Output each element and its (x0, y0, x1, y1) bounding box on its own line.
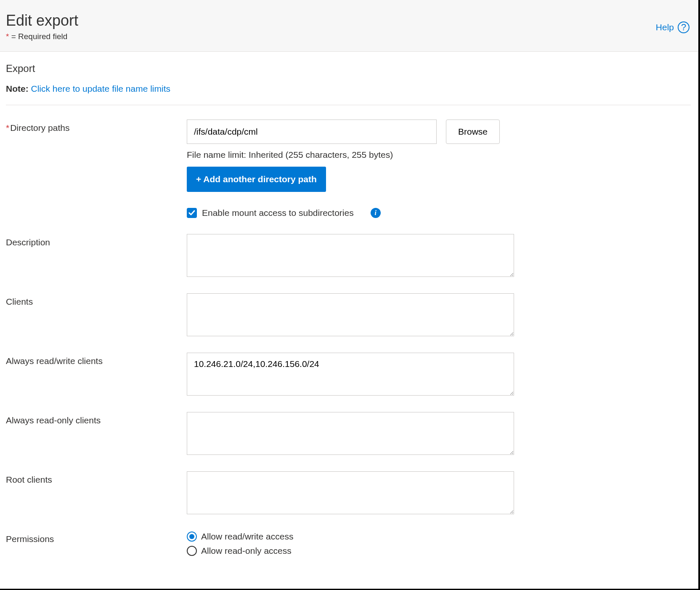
mount-access-row: Enable mount access to subdirectories i (187, 208, 500, 218)
rw-clients-label: Always read/write clients (6, 353, 187, 366)
description-label: Description (6, 234, 187, 247)
ro-clients-label: Always read-only clients (6, 412, 187, 425)
add-directory-path-button[interactable]: + Add another directory path (187, 167, 326, 192)
mount-access-checkbox[interactable] (187, 208, 197, 218)
check-icon (188, 210, 195, 216)
permissions-label: Permissions (6, 531, 187, 544)
help-link[interactable]: Help ? (656, 21, 690, 34)
section-title: Export (6, 63, 691, 74)
rw-clients-textarea[interactable]: 10.246.21.0/24,10.246.156.0/24 (187, 353, 514, 396)
clients-row: Clients (6, 293, 691, 338)
description-textarea[interactable] (187, 234, 514, 277)
note-row: Note: Click here to update file name lim… (6, 84, 691, 94)
info-icon[interactable]: i (371, 208, 381, 218)
description-row: Description (6, 234, 691, 279)
file-name-limits-link[interactable]: Click here to update file name limits (31, 84, 170, 93)
note-prefix: Note: (6, 84, 29, 93)
directory-paths-label: *Directory paths (6, 120, 187, 133)
path-row: Browse (187, 120, 500, 144)
permissions-radio-group: Allow read/write access Allow read-only … (187, 531, 293, 556)
mount-access-label: Enable mount access to subdirectories (202, 208, 354, 218)
ro-clients-textarea[interactable] (187, 412, 514, 455)
root-clients-row: Root clients (6, 471, 691, 516)
radio-icon (187, 546, 197, 556)
form: *Directory paths Browse File name limit:… (6, 105, 691, 556)
file-name-limit-text: File name limit: Inherited (255 characte… (187, 150, 500, 160)
permissions-row: Permissions Allow read/write access Allo… (6, 531, 691, 556)
radio-icon (187, 532, 197, 542)
required-text: = Required field (9, 32, 67, 41)
help-label: Help (656, 22, 674, 32)
permissions-option-ro[interactable]: Allow read-only access (187, 546, 293, 556)
directory-paths-row: *Directory paths Browse File name limit:… (6, 120, 691, 218)
svg-text:?: ? (681, 22, 686, 32)
directory-path-input[interactable] (187, 120, 437, 144)
directory-paths-control: Browse File name limit: Inherited (255 c… (187, 120, 500, 218)
directory-paths-label-text: Directory paths (10, 123, 69, 133)
permissions-option-rw-label: Allow read/write access (201, 532, 293, 542)
root-clients-textarea[interactable] (187, 471, 514, 514)
permissions-option-ro-label: Allow read-only access (201, 546, 292, 556)
browse-button[interactable]: Browse (446, 120, 500, 144)
clients-textarea[interactable] (187, 293, 514, 336)
clients-label: Clients (6, 293, 187, 307)
page-title: Edit export (6, 12, 693, 29)
required-asterisk: * (6, 123, 9, 133)
page-header: Edit export * = Required field Help ? (0, 0, 698, 52)
rw-clients-row: Always read/write clients 10.246.21.0/24… (6, 353, 691, 398)
ro-clients-row: Always read-only clients (6, 412, 691, 457)
root-clients-label: Root clients (6, 471, 187, 485)
edit-export-page: Edit export * = Required field Help ? Ex… (0, 0, 700, 590)
required-field-note: * = Required field (6, 32, 693, 41)
content: Export Note: Click here to update file n… (0, 52, 698, 569)
help-icon: ? (677, 21, 690, 34)
permissions-option-rw[interactable]: Allow read/write access (187, 532, 293, 542)
